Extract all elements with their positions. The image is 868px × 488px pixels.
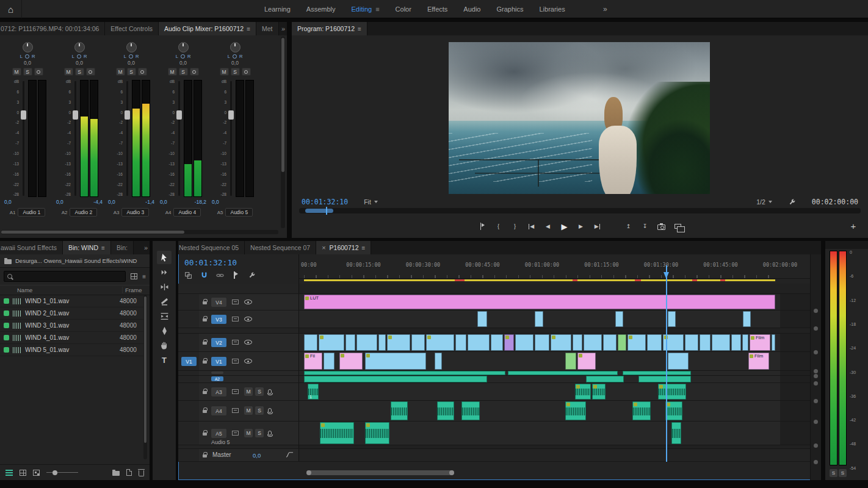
nest-toggle-button[interactable] — [183, 270, 193, 280]
settings-wrench-icon[interactable] — [788, 198, 796, 206]
mixer-tab-3[interactable]: Met — [256, 22, 279, 35]
timeline-clip[interactable] — [455, 334, 466, 351]
track-resize-handle[interactable] — [814, 443, 818, 448]
search-bin-icon[interactable] — [131, 273, 137, 279]
project-vertical-scrollbar[interactable] — [143, 295, 147, 459]
solo-channel-button[interactable]: S — [839, 469, 847, 477]
pan-knob[interactable] — [126, 42, 137, 52]
target-track-button[interactable] — [211, 371, 223, 374]
list-view-button[interactable] — [5, 470, 13, 476]
project-tab-0[interactable]: awaii Sound Effects — [0, 241, 63, 254]
timeline-clip[interactable] — [565, 353, 576, 370]
zoom-slider[interactable] — [46, 470, 78, 476]
list-item[interactable]: WIND 4_01.wav48000 — [0, 332, 145, 344]
workspace-tab-editing[interactable]: Editing≡ — [344, 0, 388, 18]
timeline-timecode[interactable]: 00:01:32:10 — [184, 258, 237, 267]
add-marker-button[interactable] — [477, 221, 488, 232]
voiceover-record-icon[interactable] — [268, 389, 272, 394]
track-resize-handle[interactable] — [814, 326, 818, 331]
linked-selection-button[interactable] — [215, 270, 225, 280]
mixer-vertical-scrollbar[interactable] — [281, 37, 285, 228]
track-resize-handle[interactable] — [814, 399, 818, 403]
volume-fader[interactable] — [228, 80, 234, 197]
timeline-clip[interactable] — [573, 334, 582, 351]
track-lane-A1[interactable] — [299, 371, 810, 375]
timeline-clip[interactable] — [615, 311, 623, 327]
solo-button[interactable]: S — [127, 68, 136, 76]
timeline-clip[interactable] — [618, 334, 626, 351]
solo-channel-button[interactable]: S — [830, 469, 837, 477]
home-icon[interactable]: ⌂ — [0, 0, 22, 18]
timeline-clip[interactable] — [339, 353, 363, 370]
mute-button[interactable]: M — [220, 68, 229, 76]
voiceover-record-icon[interactable] — [268, 431, 272, 436]
mixer-horizontal-scrollbar[interactable] — [1, 230, 278, 234]
track-name-button[interactable]: Audio 3 — [121, 208, 149, 217]
breadcrumb[interactable]: Desurga... Owens_Hawaii Sound Effects\WI… — [0, 254, 150, 268]
program-timecode[interactable]: 00:01:32:10 — [302, 198, 348, 206]
mute-button[interactable]: M — [12, 68, 21, 76]
track-resize-handle[interactable] — [814, 369, 818, 373]
track-name-button[interactable]: Audio 1 — [18, 208, 45, 217]
timeline-clip[interactable] — [700, 334, 711, 351]
slip-tool[interactable] — [157, 309, 172, 323]
volume-fader[interactable] — [21, 80, 26, 197]
zoom-handle-right[interactable] — [449, 470, 454, 475]
timeline-clip[interactable] — [647, 334, 662, 351]
panel-menu-icon[interactable]: ≡ — [247, 26, 250, 32]
toggle-track-output-icon[interactable] — [244, 359, 252, 364]
icon-view-button[interactable] — [20, 470, 26, 476]
timeline-clip[interactable] — [712, 334, 730, 351]
zoom-handle-left[interactable] — [306, 470, 311, 475]
solo-track-button[interactable]: S — [255, 387, 264, 396]
lock-icon[interactable] — [203, 301, 207, 304]
panel-menu-icon[interactable]: ≡ — [101, 245, 105, 251]
timeline-clip[interactable]: Fil — [304, 353, 322, 370]
solo-button[interactable]: S — [231, 68, 240, 76]
lock-icon[interactable] — [203, 432, 207, 436]
mute-track-button[interactable]: M — [244, 429, 253, 437]
timeline-vertical-scrollbar[interactable] — [810, 254, 821, 480]
close-tab-icon[interactable]: × — [322, 244, 325, 251]
scrollbar-thumb[interactable] — [305, 209, 333, 213]
write-keyframes-button[interactable] — [138, 68, 147, 76]
timeline-audio-clip[interactable] — [638, 376, 691, 382]
hand-tool[interactable] — [157, 339, 172, 352]
new-bin-button[interactable] — [112, 470, 120, 476]
fader-handle-icon[interactable] — [176, 110, 182, 120]
go-to-in-button[interactable]: ◀ — [526, 221, 537, 232]
track-lane-A5[interactable] — [299, 422, 810, 445]
timeline-audio-clip[interactable] — [304, 376, 487, 382]
track-lane-A4[interactable] — [299, 401, 810, 421]
solo-button[interactable]: S — [23, 68, 32, 76]
lock-icon[interactable] — [203, 361, 207, 364]
timeline-clip[interactable] — [731, 334, 741, 351]
lock-icon[interactable] — [203, 454, 207, 458]
search-input[interactable] — [15, 273, 89, 280]
list-item[interactable]: WIND 1_01.wav48000 — [0, 295, 145, 307]
track-lane-A2[interactable] — [299, 376, 810, 382]
timeline-horizontal-scrollbar[interactable] — [299, 470, 809, 476]
mute-track-button[interactable]: M — [244, 387, 253, 396]
toggle-track-output-icon[interactable] — [244, 300, 252, 304]
lock-icon[interactable] — [203, 410, 207, 413]
mixer-tab-1[interactable]: Effect Controls — [105, 22, 159, 35]
extract-button[interactable]: ↧ — [640, 221, 651, 232]
search-box[interactable] — [4, 271, 126, 282]
mute-button[interactable]: M — [116, 68, 125, 76]
track-resize-handle[interactable] — [814, 460, 818, 464]
solo-button[interactable]: S — [75, 68, 84, 76]
pan-knob[interactable] — [178, 42, 189, 52]
mute-button[interactable]: M — [64, 68, 73, 76]
target-track-button[interactable]: A3 — [211, 387, 226, 396]
track-lane-A3[interactable]: 1 — [299, 383, 810, 400]
snap-toggle-button[interactable] — [199, 270, 209, 280]
timeline-audio-clip[interactable] — [658, 384, 686, 400]
lock-icon[interactable] — [203, 391, 207, 394]
slider-knob[interactable] — [52, 470, 57, 475]
timeline-audio-clip[interactable] — [586, 376, 624, 382]
target-track-button[interactable]: V3 — [211, 315, 226, 324]
write-keyframes-button[interactable] — [242, 68, 251, 76]
timeline-clip[interactable] — [435, 353, 442, 370]
selection-tool[interactable] — [157, 251, 172, 264]
